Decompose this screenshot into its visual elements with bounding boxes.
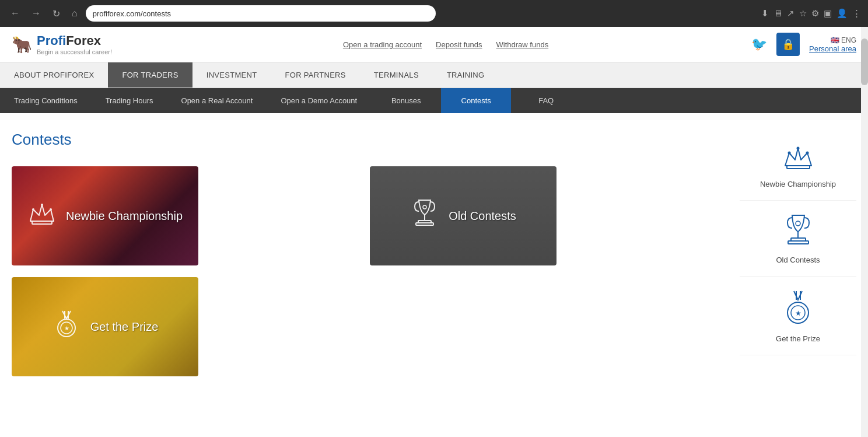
header-right: 🐦 🔒 🇬🇧 ENG Personal area	[751, 33, 856, 56]
lang-label[interactable]: 🇬🇧 ENG	[831, 36, 856, 44]
logo-tagline: Begin a successful career!	[37, 48, 112, 55]
svg-text:★: ★	[64, 325, 69, 331]
nav-partners[interactable]: FOR PARTNERS	[271, 62, 360, 88]
svg-point-16	[796, 147, 799, 150]
nav-investment[interactable]: INVESTMENT	[192, 62, 271, 88]
personal-area-link[interactable]: Personal area	[809, 44, 856, 53]
subnav-faq[interactable]: FAQ	[511, 88, 581, 113]
nav-training[interactable]: TRAINING	[433, 62, 499, 88]
lang-area: 🇬🇧 ENG Personal area	[809, 36, 856, 53]
contest-grid: Newbie Championship	[12, 166, 716, 376]
crown-icon	[27, 199, 57, 233]
svg-marker-0	[30, 205, 54, 221]
main-area: Contests Newbie Championship	[12, 131, 740, 376]
nav-about[interactable]: ABOUT PROFIFOREX	[0, 62, 108, 88]
logo-area[interactable]: 🐂 ProfiForex Begin a successful career!	[12, 33, 140, 55]
browser-chrome: ← → ↻ ⌂ profiforex.com/contests ⬇ 🖥 ↗ ☆ …	[0, 0, 868, 27]
scrollbar-thumb[interactable]	[861, 39, 868, 85]
subnav-demo-account[interactable]: Open a Demo Account	[267, 88, 371, 113]
contest-card-newbie[interactable]: Newbie Championship	[12, 166, 198, 265]
sidebar-trophy-icon	[782, 212, 814, 251]
withdraw-link[interactable]: Withdraw funds	[496, 40, 549, 49]
svg-rect-1	[32, 221, 52, 224]
svg-marker-14	[785, 148, 811, 166]
url-text: profiforex.com/contests	[93, 9, 171, 18]
subnav-conditions[interactable]: Trading Conditions	[0, 88, 92, 113]
deposit-link[interactable]: Deposit funds	[436, 40, 482, 49]
sidebar-medal-icon: ★	[782, 288, 814, 330]
svg-text:★: ★	[794, 309, 801, 317]
nav-terminals[interactable]: TERMINALS	[360, 62, 433, 88]
newbie-card-content: Newbie Championship	[27, 199, 183, 233]
extension-icon[interactable]: ⚙	[811, 8, 819, 19]
medal-card-icon: ★	[52, 308, 81, 345]
browser-actions: ⬇ 🖥 ↗ ☆ ⚙ ▣ 👤 ⋮	[761, 8, 861, 19]
contest-card-old[interactable]: Old Contests	[370, 166, 556, 265]
sidebar-prize-label: Get the Prize	[776, 334, 820, 343]
layout-icon[interactable]: ▣	[824, 8, 832, 19]
trophy-card-icon	[410, 197, 439, 235]
twitter-icon[interactable]: 🐦	[751, 37, 767, 52]
subnav-bonuses[interactable]: Bonuses	[371, 88, 441, 113]
scrollbar[interactable]	[861, 27, 868, 394]
svg-point-2	[41, 204, 43, 206]
sidebar-crown-icon	[782, 142, 814, 175]
sidebar-newbie-label: Newbie Championship	[760, 180, 836, 188]
personal-area-button[interactable]: 🔒	[776, 33, 800, 56]
subnav-hours[interactable]: Trading Hours	[92, 88, 167, 113]
bookmark-icon[interactable]: ☆	[799, 8, 807, 19]
svg-point-4	[50, 208, 52, 211]
nav-traders[interactable]: FOR TRADERS	[108, 62, 192, 88]
svg-rect-15	[787, 166, 810, 169]
svg-point-3	[32, 208, 34, 211]
logo-profi: Profi	[37, 33, 66, 48]
svg-rect-7	[416, 223, 433, 225]
sidebar-old-label: Old Contests	[776, 256, 820, 264]
profile-icon[interactable]: 👤	[836, 8, 848, 19]
prize-card-content: ★ Get the Prize	[52, 308, 159, 345]
sidebar-get-prize[interactable]: ★ Get the Prize	[740, 277, 856, 355]
svg-point-22	[796, 221, 800, 226]
contest-card-prize[interactable]: ★ Get the Prize	[12, 277, 198, 376]
old-card-title: Old Contests	[449, 209, 516, 223]
forward-button[interactable]: →	[28, 6, 44, 21]
old-card-content: Old Contests	[410, 197, 516, 235]
download-icon[interactable]: ⬇	[761, 8, 769, 19]
subnav-contests[interactable]: Contests	[441, 88, 511, 113]
main-nav: ABOUT PROFIFOREX FOR TRADERS INVESTMENT …	[0, 62, 868, 88]
svg-rect-21	[788, 241, 808, 244]
flag-icon: 🇬🇧	[831, 36, 839, 44]
share-icon[interactable]: ↗	[787, 8, 794, 19]
svg-point-8	[423, 205, 426, 209]
logo-text: ProfiForex Begin a successful career!	[37, 33, 112, 55]
sidebar-old-contests[interactable]: Old Contests	[740, 201, 856, 277]
screen-icon[interactable]: 🖥	[774, 8, 782, 19]
menu-icon[interactable]: ⋮	[852, 8, 861, 19]
subnav-real-account[interactable]: Open a Real Account	[167, 88, 267, 113]
page-content: Contests Newbie Championship	[0, 113, 868, 394]
logo-brand: ProfiForex	[37, 33, 112, 48]
address-bar[interactable]: profiforex.com/contests	[86, 5, 436, 22]
newbie-card-title: Newbie Championship	[66, 209, 183, 223]
svg-point-18	[806, 152, 808, 155]
page-title: Contests	[12, 131, 716, 149]
header: 🐂 ProfiForex Begin a successful career! …	[0, 27, 868, 62]
svg-point-17	[788, 152, 790, 155]
open-trading-link[interactable]: Open a trading account	[343, 40, 422, 49]
home-button[interactable]: ⌂	[68, 6, 81, 21]
header-links: Open a trading account Deposit funds Wit…	[140, 40, 751, 49]
back-button[interactable]: ←	[7, 6, 23, 21]
sub-nav: Trading Conditions Trading Hours Open a …	[0, 88, 868, 113]
sidebar: Newbie Championship Old Contests	[740, 131, 856, 376]
sidebar-newbie-championship[interactable]: Newbie Championship	[740, 131, 856, 201]
logo-forex: Forex	[66, 33, 101, 48]
prize-card-title: Get the Prize	[90, 320, 159, 334]
logo-animal-icon: 🐂	[12, 35, 32, 54]
refresh-button[interactable]: ↻	[49, 6, 64, 22]
